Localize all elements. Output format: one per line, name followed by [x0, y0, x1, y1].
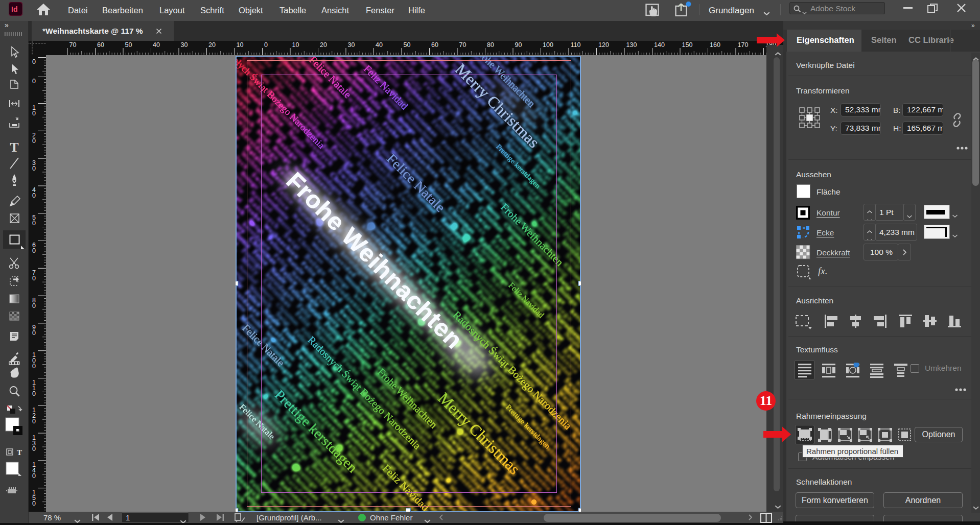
svg-text:T: T — [10, 140, 18, 155]
svg-text:0: 0 — [32, 445, 36, 452]
svg-text:160: 160 — [710, 41, 720, 49]
svg-text:30: 30 — [181, 41, 188, 49]
svg-text:0: 0 — [32, 192, 36, 199]
svg-text:10: 10 — [292, 41, 299, 49]
svg-text:40: 40 — [376, 41, 383, 49]
svg-text:0: 0 — [264, 41, 268, 49]
svg-text:0: 0 — [32, 220, 36, 227]
svg-text:0: 0 — [32, 390, 36, 397]
svg-text:40: 40 — [153, 41, 160, 49]
svg-text:60: 60 — [97, 41, 104, 49]
svg-text:150: 150 — [682, 41, 693, 49]
svg-text:100: 100 — [543, 41, 553, 49]
svg-text:130: 130 — [626, 41, 637, 49]
svg-text:80: 80 — [487, 41, 494, 49]
svg-text:0: 0 — [32, 363, 36, 370]
svg-text:50: 50 — [125, 41, 132, 49]
svg-text:140: 140 — [654, 41, 665, 49]
svg-text:0: 0 — [32, 302, 36, 309]
svg-text:0: 0 — [32, 329, 36, 337]
svg-text:50: 50 — [404, 41, 411, 49]
svg-text:T: T — [17, 448, 22, 457]
svg-text:0: 0 — [32, 137, 36, 145]
svg-text:0: 0 — [32, 418, 36, 425]
svg-text:20: 20 — [320, 41, 327, 49]
svg-text:0: 0 — [32, 472, 36, 480]
svg-text:70: 70 — [459, 41, 466, 49]
svg-text:30: 30 — [348, 41, 355, 49]
svg-text:0: 0 — [32, 110, 36, 117]
svg-text:0: 0 — [32, 275, 36, 282]
svg-text:0: 0 — [32, 500, 36, 507]
svg-text:10: 10 — [237, 41, 244, 49]
svg-text:70: 70 — [69, 41, 77, 49]
svg-text:0: 0 — [32, 78, 36, 85]
svg-text:20: 20 — [208, 41, 216, 49]
svg-text:120: 120 — [598, 41, 609, 49]
svg-text:11: 11 — [760, 393, 773, 408]
svg-text:110: 110 — [571, 41, 581, 49]
svg-text:60: 60 — [431, 41, 438, 49]
svg-text:170: 170 — [738, 41, 749, 49]
svg-text:0: 0 — [32, 165, 36, 172]
svg-text:0: 0 — [32, 247, 36, 254]
svg-text:90: 90 — [515, 41, 522, 49]
svg-text:0: 0 — [32, 58, 36, 65]
